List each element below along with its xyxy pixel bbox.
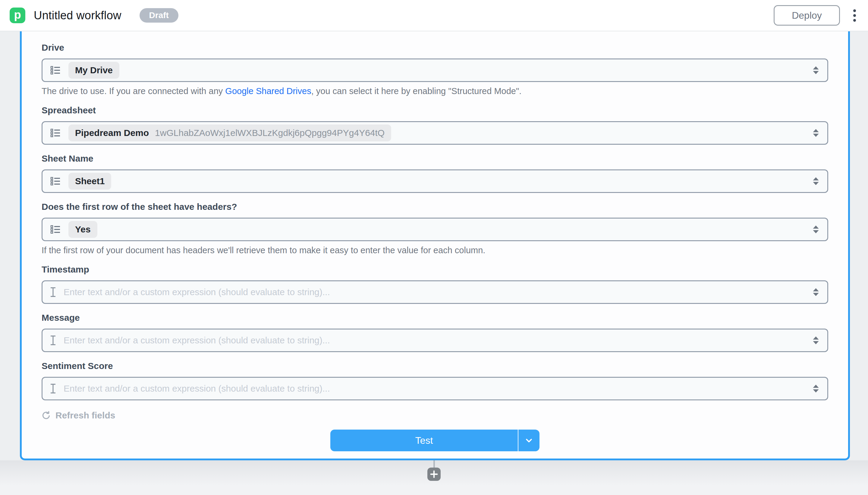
plus-icon [430,470,438,478]
pipedream-logo-icon[interactable]: p [10,7,25,23]
select-arrows-icon [812,287,819,297]
sheet-name-selected-value: Sheet1 [68,173,111,190]
message-input[interactable] [64,335,804,345]
select-arrows-icon [812,65,819,75]
sheet-name-select[interactable]: Sheet1 [41,169,828,193]
header-left: p Untitled workflow Draft [10,7,178,23]
has-headers-select[interactable]: Yes [41,218,828,241]
spreadsheet-id: 1wGLhabZAoWxj1elWXBJLzKgdkj6pQpgg94PYg4Y… [155,127,385,138]
has-headers-label: Does the first row of the sheet have hea… [41,201,828,212]
drive-selected-value: My Drive [68,62,119,79]
action-config-card: Drive My Drive The drive to use. If you … [20,31,850,460]
sentiment-score-field[interactable] [41,377,828,400]
sheet-name-label: Sheet Name [41,153,828,164]
add-step-button[interactable] [427,467,441,481]
help-text-part: The drive to use. If you are connected w… [41,86,225,96]
status-badge: Draft [140,8,178,23]
text-cursor-icon [50,335,56,345]
message-label: Message [41,312,828,323]
top-bar: p Untitled workflow Draft Deploy [0,0,868,31]
test-options-button[interactable] [518,430,539,451]
refresh-fields-label: Refresh fields [55,410,115,421]
select-arrows-icon [812,225,819,234]
help-text-part: , you can select it here by enabling "St… [311,86,522,96]
deploy-button[interactable]: Deploy [774,5,840,25]
list-icon [50,177,60,186]
spreadsheet-selected-value: Pipedream Demo 1wGLhabZAoWxj1elWXBJLzKgd… [68,124,391,141]
drive-select[interactable]: My Drive [41,58,828,82]
sentiment-score-input[interactable] [64,383,804,394]
refresh-fields-button[interactable]: Refresh fields [41,410,115,421]
select-arrows-icon [812,176,819,186]
list-icon [50,129,60,137]
select-arrows-icon [812,128,819,138]
message-field[interactable] [41,329,828,352]
sentiment-score-label: Sentiment Score [41,361,828,371]
google-shared-drives-link[interactable]: Google Shared Drives [225,86,311,96]
chevron-down-icon [525,436,533,445]
select-arrows-icon [812,336,819,345]
timestamp-input[interactable] [64,287,804,297]
spreadsheet-name: Pipedream Demo [75,127,149,138]
text-cursor-icon [50,287,56,297]
drive-label: Drive [41,42,828,53]
list-icon [50,225,60,234]
spreadsheet-label: Spreadsheet [41,105,828,116]
workflow-title: Untitled workflow [34,9,121,22]
kebab-menu-icon[interactable] [852,7,857,24]
timestamp-field[interactable] [41,280,828,304]
header-right: Deploy [774,5,857,25]
test-split-button: Test [330,430,539,451]
step-connector-line [433,460,435,467]
text-cursor-icon [50,383,56,394]
spreadsheet-select[interactable]: Pipedream Demo 1wGLhabZAoWxj1elWXBJLzKgd… [41,121,828,145]
has-headers-help-text: If the first row of your document has he… [41,245,828,256]
refresh-icon [41,411,51,420]
select-arrows-icon [812,384,819,393]
test-button[interactable]: Test [330,430,518,451]
drive-help-text: The drive to use. If you are connected w… [41,86,828,97]
canvas-below-card [0,460,868,495]
list-icon [50,66,60,75]
timestamp-label: Timestamp [41,264,828,275]
has-headers-selected-value: Yes [68,221,97,238]
